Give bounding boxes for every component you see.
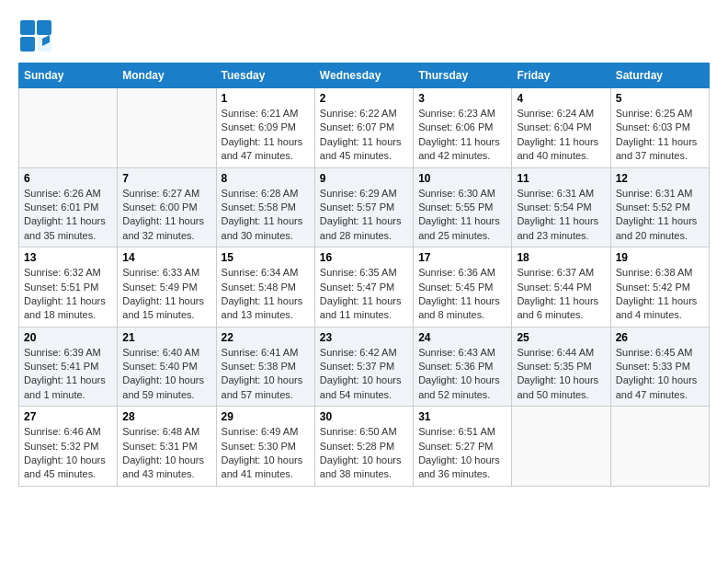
day-info: Sunrise: 6:43 AM Sunset: 5:36 PM Dayligh… bbox=[418, 346, 506, 403]
day-number: 5 bbox=[616, 92, 704, 105]
day-number: 22 bbox=[222, 331, 310, 344]
day-number: 21 bbox=[122, 331, 210, 344]
day-number: 1 bbox=[222, 92, 310, 105]
calendar-cell: 26Sunrise: 6:45 AM Sunset: 5:33 PM Dayli… bbox=[610, 327, 709, 407]
page-header bbox=[18, 18, 710, 53]
svg-rect-1 bbox=[37, 20, 51, 35]
day-info: Sunrise: 6:41 AM Sunset: 5:38 PM Dayligh… bbox=[222, 346, 310, 403]
day-info: Sunrise: 6:40 AM Sunset: 5:40 PM Dayligh… bbox=[122, 346, 210, 403]
day-info: Sunrise: 6:30 AM Sunset: 5:55 PM Dayligh… bbox=[418, 187, 506, 244]
day-info: Sunrise: 6:33 AM Sunset: 5:49 PM Dayligh… bbox=[122, 266, 210, 323]
day-number: 10 bbox=[418, 172, 506, 185]
calendar-week-row: 20Sunrise: 6:39 AM Sunset: 5:41 PM Dayli… bbox=[19, 327, 710, 407]
day-number: 6 bbox=[24, 172, 112, 185]
calendar-week-row: 6Sunrise: 6:26 AM Sunset: 6:01 PM Daylig… bbox=[19, 167, 710, 247]
day-number: 15 bbox=[222, 251, 310, 264]
day-info: Sunrise: 6:22 AM Sunset: 6:07 PM Dayligh… bbox=[320, 107, 408, 164]
day-info: Sunrise: 6:32 AM Sunset: 5:51 PM Dayligh… bbox=[24, 266, 112, 323]
day-number: 31 bbox=[418, 410, 506, 423]
logo-icon bbox=[18, 18, 53, 53]
calendar-cell: 20Sunrise: 6:39 AM Sunset: 5:41 PM Dayli… bbox=[19, 327, 118, 407]
calendar-cell: 10Sunrise: 6:30 AM Sunset: 5:55 PM Dayli… bbox=[414, 167, 512, 247]
day-info: Sunrise: 6:38 AM Sunset: 5:42 PM Dayligh… bbox=[616, 266, 704, 323]
day-number: 23 bbox=[320, 331, 408, 344]
calendar-cell: 23Sunrise: 6:42 AM Sunset: 5:37 PM Dayli… bbox=[314, 327, 413, 407]
calendar-week-row: 27Sunrise: 6:46 AM Sunset: 5:32 PM Dayli… bbox=[19, 407, 710, 487]
calendar-body: 1Sunrise: 6:21 AM Sunset: 6:09 PM Daylig… bbox=[19, 88, 710, 487]
calendar-cell: 31Sunrise: 6:51 AM Sunset: 5:27 PM Dayli… bbox=[414, 407, 512, 487]
day-info: Sunrise: 6:23 AM Sunset: 6:06 PM Dayligh… bbox=[418, 107, 506, 164]
calendar-cell: 15Sunrise: 6:34 AM Sunset: 5:48 PM Dayli… bbox=[216, 247, 314, 327]
calendar-cell: 30Sunrise: 6:50 AM Sunset: 5:28 PM Dayli… bbox=[314, 407, 413, 487]
day-info: Sunrise: 6:48 AM Sunset: 5:31 PM Dayligh… bbox=[122, 425, 210, 482]
weekday-header: Saturday bbox=[610, 63, 709, 88]
calendar-cell: 29Sunrise: 6:49 AM Sunset: 5:30 PM Dayli… bbox=[216, 407, 314, 487]
day-number: 27 bbox=[24, 410, 112, 423]
day-number: 17 bbox=[418, 251, 506, 264]
day-info: Sunrise: 6:34 AM Sunset: 5:48 PM Dayligh… bbox=[222, 266, 310, 323]
svg-rect-0 bbox=[20, 20, 35, 35]
day-info: Sunrise: 6:49 AM Sunset: 5:30 PM Dayligh… bbox=[222, 425, 310, 482]
calendar-cell: 4Sunrise: 6:24 AM Sunset: 6:04 PM Daylig… bbox=[512, 88, 610, 168]
weekday-header: Tuesday bbox=[216, 63, 314, 88]
calendar-cell: 16Sunrise: 6:35 AM Sunset: 5:47 PM Dayli… bbox=[314, 247, 413, 327]
day-number: 11 bbox=[517, 172, 605, 185]
calendar-cell: 6Sunrise: 6:26 AM Sunset: 6:01 PM Daylig… bbox=[19, 167, 118, 247]
weekday-header: Friday bbox=[512, 63, 610, 88]
weekday-header: Sunday bbox=[19, 63, 118, 88]
day-number: 29 bbox=[222, 410, 310, 423]
day-info: Sunrise: 6:31 AM Sunset: 5:52 PM Dayligh… bbox=[616, 187, 704, 244]
day-number: 4 bbox=[517, 92, 605, 105]
calendar-cell: 5Sunrise: 6:25 AM Sunset: 6:03 PM Daylig… bbox=[610, 88, 709, 168]
calendar-cell: 11Sunrise: 6:31 AM Sunset: 5:54 PM Dayli… bbox=[512, 167, 610, 247]
logo bbox=[18, 18, 55, 53]
calendar-cell: 22Sunrise: 6:41 AM Sunset: 5:38 PM Dayli… bbox=[216, 327, 314, 407]
day-number: 28 bbox=[122, 410, 210, 423]
calendar-week-row: 13Sunrise: 6:32 AM Sunset: 5:51 PM Dayli… bbox=[19, 247, 710, 327]
calendar-cell: 18Sunrise: 6:37 AM Sunset: 5:44 PM Dayli… bbox=[512, 247, 610, 327]
calendar-cell: 3Sunrise: 6:23 AM Sunset: 6:06 PM Daylig… bbox=[414, 88, 512, 168]
calendar-cell bbox=[19, 88, 118, 168]
calendar-cell: 12Sunrise: 6:31 AM Sunset: 5:52 PM Dayli… bbox=[610, 167, 709, 247]
day-info: Sunrise: 6:42 AM Sunset: 5:37 PM Dayligh… bbox=[320, 346, 408, 403]
day-info: Sunrise: 6:39 AM Sunset: 5:41 PM Dayligh… bbox=[24, 346, 112, 403]
day-number: 18 bbox=[517, 251, 605, 264]
calendar-cell: 13Sunrise: 6:32 AM Sunset: 5:51 PM Dayli… bbox=[19, 247, 118, 327]
calendar-cell: 27Sunrise: 6:46 AM Sunset: 5:32 PM Dayli… bbox=[19, 407, 118, 487]
day-number: 12 bbox=[616, 172, 704, 185]
day-info: Sunrise: 6:45 AM Sunset: 5:33 PM Dayligh… bbox=[616, 346, 704, 403]
day-info: Sunrise: 6:21 AM Sunset: 6:09 PM Dayligh… bbox=[222, 107, 310, 164]
day-info: Sunrise: 6:35 AM Sunset: 5:47 PM Dayligh… bbox=[320, 266, 408, 323]
calendar-cell bbox=[512, 407, 610, 487]
day-number: 26 bbox=[616, 331, 704, 344]
day-number: 13 bbox=[24, 251, 112, 264]
day-info: Sunrise: 6:46 AM Sunset: 5:32 PM Dayligh… bbox=[24, 425, 112, 482]
calendar-cell: 1Sunrise: 6:21 AM Sunset: 6:09 PM Daylig… bbox=[216, 88, 314, 168]
day-number: 14 bbox=[122, 251, 210, 264]
day-number: 3 bbox=[418, 92, 506, 105]
calendar-cell: 25Sunrise: 6:44 AM Sunset: 5:35 PM Dayli… bbox=[512, 327, 610, 407]
day-info: Sunrise: 6:50 AM Sunset: 5:28 PM Dayligh… bbox=[320, 425, 408, 482]
calendar-cell: 28Sunrise: 6:48 AM Sunset: 5:31 PM Dayli… bbox=[118, 407, 216, 487]
day-info: Sunrise: 6:25 AM Sunset: 6:03 PM Dayligh… bbox=[616, 107, 704, 164]
day-number: 30 bbox=[320, 410, 408, 423]
calendar-cell: 8Sunrise: 6:28 AM Sunset: 5:58 PM Daylig… bbox=[216, 167, 314, 247]
calendar-cell: 24Sunrise: 6:43 AM Sunset: 5:36 PM Dayli… bbox=[414, 327, 512, 407]
calendar-cell: 7Sunrise: 6:27 AM Sunset: 6:00 PM Daylig… bbox=[118, 167, 216, 247]
weekday-header: Thursday bbox=[414, 63, 512, 88]
day-info: Sunrise: 6:37 AM Sunset: 5:44 PM Dayligh… bbox=[517, 266, 605, 323]
day-info: Sunrise: 6:51 AM Sunset: 5:27 PM Dayligh… bbox=[418, 425, 506, 482]
day-number: 7 bbox=[122, 172, 210, 185]
day-info: Sunrise: 6:27 AM Sunset: 6:00 PM Dayligh… bbox=[122, 187, 210, 244]
day-info: Sunrise: 6:36 AM Sunset: 5:45 PM Dayligh… bbox=[418, 266, 506, 323]
calendar-cell bbox=[118, 88, 216, 168]
day-info: Sunrise: 6:26 AM Sunset: 6:01 PM Dayligh… bbox=[24, 187, 112, 244]
weekday-header: Wednesday bbox=[314, 63, 413, 88]
calendar-cell: 21Sunrise: 6:40 AM Sunset: 5:40 PM Dayli… bbox=[118, 327, 216, 407]
calendar-cell: 14Sunrise: 6:33 AM Sunset: 5:49 PM Dayli… bbox=[118, 247, 216, 327]
day-number: 25 bbox=[517, 331, 605, 344]
calendar-cell: 19Sunrise: 6:38 AM Sunset: 5:42 PM Dayli… bbox=[610, 247, 709, 327]
day-info: Sunrise: 6:24 AM Sunset: 6:04 PM Dayligh… bbox=[517, 107, 605, 164]
calendar-header-row: SundayMondayTuesdayWednesdayThursdayFrid… bbox=[19, 63, 710, 88]
day-info: Sunrise: 6:28 AM Sunset: 5:58 PM Dayligh… bbox=[222, 187, 310, 244]
